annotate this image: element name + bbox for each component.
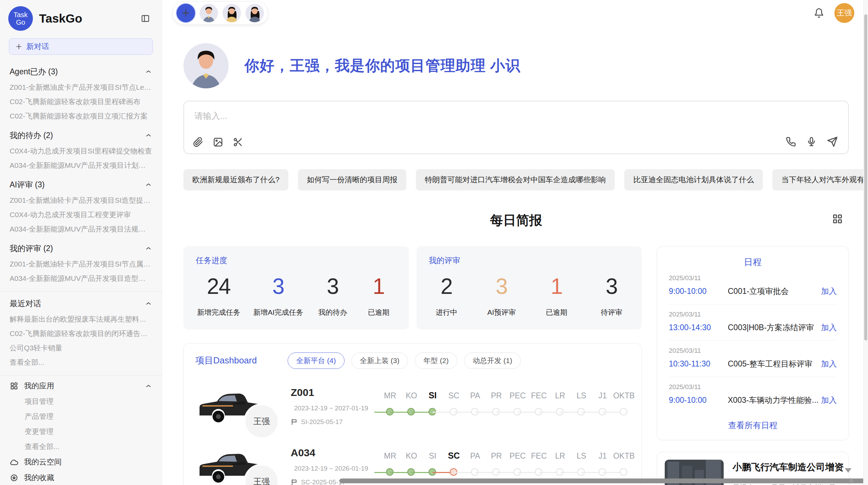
sidebar-conversation-item[interactable]: C0X4-动力总成开发项目SI里程碑提交物检查 bbox=[0, 144, 162, 158]
notification-bell-icon[interactable] bbox=[814, 8, 824, 18]
person-illustration bbox=[222, 4, 241, 22]
phone-icon[interactable] bbox=[786, 137, 796, 147]
join-meeting-link[interactable]: 加入 bbox=[821, 322, 837, 333]
sidebar-item-label: 我的云空间 bbox=[24, 457, 152, 467]
sidebar-conversation-item[interactable]: 解释最新出台的欧盟报废车法规再生塑料比例被调至15%... bbox=[0, 312, 162, 326]
schedule-item: 2025/03/119:00-10:00C001-立项审批会加入 bbox=[669, 268, 837, 304]
section-title: 我的待办 (2) bbox=[10, 130, 53, 141]
briefing-title: 每日简报 bbox=[490, 213, 542, 227]
section-title: 最近对话 bbox=[10, 298, 41, 309]
plus-icon bbox=[15, 43, 22, 50]
sidebar-conversation-item[interactable]: A034-全新新能源MUV产品开发项目造型可行性评审 bbox=[0, 271, 162, 286]
sidebar-app-item[interactable]: 查看全部... bbox=[0, 439, 162, 454]
sidebar-conversation-item[interactable]: 公司Q3轻卡销量 bbox=[0, 341, 162, 355]
assistant-hero: 你好，王强，我是你的项目管理助理 小识 bbox=[183, 43, 849, 88]
stat-label: 新增完成任务 bbox=[197, 308, 240, 317]
sidebar-section-header[interactable]: Agent已办 (3) bbox=[0, 63, 162, 80]
schedule-event: X003-车辆动力学性能验... bbox=[723, 395, 821, 406]
milestone-label: SC bbox=[442, 391, 466, 400]
sidebar-section-header[interactable]: 我的待办 (2) bbox=[0, 127, 162, 144]
schedule-event: C003|H0B-方案冻结评审 bbox=[723, 322, 821, 333]
user-avatar[interactable]: 王强 bbox=[834, 3, 854, 23]
milestone-label: KO bbox=[399, 451, 423, 461]
view-all-schedule-link[interactable]: 查看所有日程 bbox=[669, 413, 837, 434]
briefing-right-column: 日程 2025/03/119:00-10:00C001-立项审批会加入2025/… bbox=[657, 246, 849, 485]
new-chat-button[interactable]: 新对话 bbox=[9, 38, 153, 55]
greeting-text: 你好，王强，我是你的项目管理助理 小识 bbox=[244, 56, 520, 76]
suggestion-chip[interactable]: 特朗普可能对进口汽车增税会对中国车企造成哪些影响 bbox=[416, 169, 615, 190]
sidebar-app-item[interactable]: 变更管理 bbox=[0, 424, 162, 439]
sidebar-section-header[interactable]: 我的评审 (2) bbox=[0, 240, 162, 257]
milestone-label: SI bbox=[421, 390, 445, 400]
suggestion-chip[interactable]: 比亚迪全固态电池计划具体说了什么 bbox=[624, 169, 763, 190]
stat: 3新增AI完成任务 bbox=[253, 274, 303, 317]
suggestion-chip[interactable]: 如何写一份清晰的项目周报 bbox=[298, 169, 406, 190]
sidebar-conversation-item[interactable]: A034-全新新能源MUV产品开发项目法规符合性评审 bbox=[0, 222, 162, 236]
join-meeting-link[interactable]: 加入 bbox=[821, 395, 837, 406]
agent-avatar[interactable] bbox=[245, 4, 264, 22]
join-meeting-link[interactable]: 加入 bbox=[821, 286, 837, 297]
suggestion-chip[interactable]: 欧洲新规最近颁布了什么? bbox=[183, 169, 288, 190]
sidebar-section-recent[interactable]: 最近对话 bbox=[0, 295, 162, 312]
milestone-dot bbox=[620, 408, 627, 415]
stat-label: 新增AI完成任务 bbox=[253, 308, 303, 317]
milestone-track: MRKOSISCPAPRPECFECLRLSJ1OKTB bbox=[374, 451, 630, 482]
dashboard-tab[interactable]: 年型 (2) bbox=[415, 352, 457, 369]
add-agent-button[interactable] bbox=[177, 4, 195, 22]
sidebar-item-my-apps[interactable]: 我的应用 bbox=[0, 378, 162, 394]
paperclip-icon[interactable] bbox=[193, 137, 203, 147]
microphone-icon[interactable] bbox=[806, 137, 817, 147]
dashboard-header: 项目Dashboard 全新平台 (4)全新上装 (3)年型 (2)动总开发 (… bbox=[195, 352, 630, 369]
sidebar-conversation-item[interactable]: C0X4-动力总成开发项目工程变更评审 bbox=[0, 208, 162, 222]
sidebar-conversation-item[interactable]: Z001-全新燃油轻卡产品开发项目SI造型提交物评审 bbox=[0, 193, 162, 208]
stat-value: 24 bbox=[197, 274, 240, 299]
milestone-label: OKTB bbox=[612, 451, 636, 461]
sidebar-conversation-item[interactable]: Z001-全新燃油皮卡产品开发项目SI节点Lesson Learn报告 bbox=[0, 80, 162, 95]
project-dates: 2023-12-19 ~ 2026-01-19 bbox=[291, 465, 365, 472]
dashboard-tab[interactable]: 动总开发 (1) bbox=[464, 352, 521, 369]
milestone-label: FEC bbox=[527, 451, 551, 461]
chat-input[interactable]: 请输入... bbox=[183, 101, 849, 154]
sidebar-conversation-item[interactable]: Z001-全新燃油轻卡产品开发项目SI节点属性5D文件评审 bbox=[0, 257, 162, 271]
sidebar-conversation-item[interactable]: C02-飞腾新能源轻客改款项目立项汇报方案 bbox=[0, 109, 162, 123]
main-area: 王强 你好，王强，我是你的项目管理助理 小识 请输入... bbox=[162, 0, 868, 485]
sidebar-conversation-item[interactable]: 查看全部... bbox=[0, 355, 162, 370]
agent-avatar[interactable] bbox=[200, 4, 218, 22]
layout-grid-icon[interactable] bbox=[832, 213, 843, 225]
milestone-label: KO bbox=[399, 391, 423, 400]
cloud-icon bbox=[10, 458, 19, 467]
sidebar-app-item[interactable]: 产品管理 bbox=[0, 409, 162, 424]
sidebar-app-item[interactable]: 项目管理 bbox=[0, 394, 162, 409]
section-title: Agent已办 (3) bbox=[10, 66, 58, 77]
sidebar-item-cloud-space[interactable]: 我的云空间 bbox=[0, 454, 162, 470]
dashboard-tab[interactable]: 全新平台 (4) bbox=[288, 352, 345, 369]
vertical-scrollbar[interactable] bbox=[864, 14, 867, 340]
project-date-range: 2023-12-19 ~ 2026-01-19 bbox=[294, 465, 368, 472]
scroll-down-arrow[interactable] bbox=[845, 468, 852, 473]
join-meeting-link[interactable]: 加入 bbox=[821, 359, 837, 369]
sidebar-conversation-item[interactable]: A034-全新新能源MUV产品开发项目计划变更表编写 bbox=[0, 158, 162, 173]
agent-avatar[interactable] bbox=[222, 4, 241, 22]
sidebar-item-favorites[interactable]: 我的收藏 bbox=[0, 470, 162, 485]
schedule-time: 9:00-10:00 bbox=[669, 396, 723, 405]
image-icon[interactable] bbox=[213, 137, 223, 147]
suggestion-chip[interactable]: 当下年轻人对汽车外观有怎样的喜好趋势 bbox=[772, 169, 868, 190]
project-milestone-flag: SI-2025-05-17 bbox=[301, 418, 342, 426]
scroll-right-arrow[interactable] bbox=[850, 478, 854, 484]
sidebar-conversation-item[interactable]: C02-飞腾新能源轻客改款项目的闭环通告反馈情况 bbox=[0, 326, 162, 341]
divider bbox=[0, 375, 162, 375]
sidebar-scroll-area: Agent已办 (3)Z001-全新燃油皮卡产品开发项目SI节点Lesson L… bbox=[0, 57, 162, 485]
sidebar-item-label: 我的应用 bbox=[24, 381, 139, 391]
scissors-icon[interactable] bbox=[233, 137, 243, 147]
agent-avatar-pill bbox=[172, 1, 268, 25]
send-icon[interactable] bbox=[827, 136, 838, 147]
dashboard-tab[interactable]: 全新上装 (3) bbox=[351, 352, 408, 369]
schedule-date: 2025/03/11 bbox=[669, 347, 837, 355]
stat-value: 1 bbox=[362, 274, 395, 299]
sidebar-section-header[interactable]: AI评审 (3) bbox=[0, 176, 162, 193]
sidebar-conversation-item[interactable]: C02-飞腾新能源轻客改款项目里程碑画布 bbox=[0, 95, 162, 109]
collapse-sidebar-icon[interactable] bbox=[138, 12, 152, 25]
news-title: 小鹏飞行汽车制造公司增资 bbox=[733, 461, 841, 473]
stat-label: AI预评审 bbox=[485, 308, 518, 317]
horizontal-scrollbar[interactable] bbox=[339, 478, 868, 483]
